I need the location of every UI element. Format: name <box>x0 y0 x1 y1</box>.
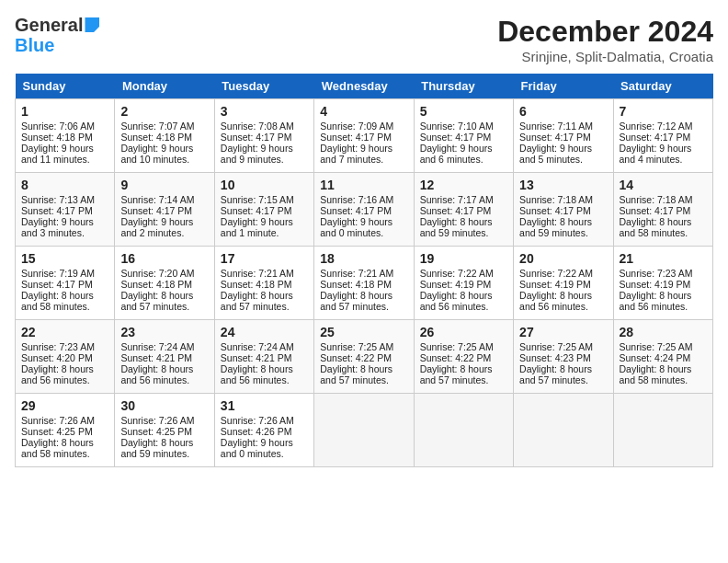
header: General Blue December 2024 Srinjine, Spl… <box>15 15 713 64</box>
sunrise-text: Sunrise: 7:18 AM <box>519 194 593 205</box>
sunrise-text: Sunrise: 7:10 AM <box>420 121 494 132</box>
sunset-text: Sunset: 4:25 PM <box>21 426 93 437</box>
day-number: 12 <box>420 178 507 192</box>
calendar-cell: 27Sunrise: 7:25 AMSunset: 4:23 PMDayligh… <box>514 320 613 394</box>
sunrise-text: Sunrise: 7:24 AM <box>221 341 294 352</box>
day-number: 21 <box>620 251 707 266</box>
calendar-cell: 2Sunrise: 7:07 AMSunset: 4:18 PMDaylight… <box>115 99 214 173</box>
sunset-text: Sunset: 4:20 PM <box>21 352 93 363</box>
sunset-text: Sunset: 4:18 PM <box>120 132 192 143</box>
title-area: December 2024 Srinjine, Split-Dalmatia, … <box>497 15 713 64</box>
daylight-text: Daylight: 9 hours and 9 minutes. <box>221 143 293 165</box>
sunset-text: Sunset: 4:17 PM <box>620 132 691 143</box>
day-number: 25 <box>320 325 407 339</box>
daylight-text: Daylight: 9 hours and 5 minutes. <box>519 143 592 165</box>
daylight-text: Daylight: 8 hours and 56 minutes. <box>120 363 193 385</box>
calendar-cell: 21Sunrise: 7:23 AMSunset: 4:19 PMDayligh… <box>613 247 712 320</box>
day-number: 15 <box>21 251 108 266</box>
sunrise-text: Sunrise: 7:26 AM <box>120 415 194 426</box>
day-number: 14 <box>620 178 707 192</box>
daylight-text: Daylight: 8 hours and 57 minutes. <box>519 363 592 385</box>
sunset-text: Sunset: 4:19 PM <box>519 279 591 290</box>
calendar-cell: 6Sunrise: 7:11 AMSunset: 4:17 PMDaylight… <box>514 99 613 173</box>
day-number: 26 <box>420 325 507 339</box>
day-number: 1 <box>21 104 108 119</box>
day-number: 28 <box>620 325 707 339</box>
calendar-cell: 12Sunrise: 7:17 AMSunset: 4:17 PMDayligh… <box>414 173 513 247</box>
calendar-cell <box>514 394 613 467</box>
sunrise-text: Sunrise: 7:22 AM <box>420 268 494 279</box>
month-title: December 2024 <box>497 15 713 49</box>
sunrise-text: Sunrise: 7:13 AM <box>21 194 95 205</box>
daylight-text: Daylight: 8 hours and 56 minutes. <box>620 290 692 312</box>
day-number: 6 <box>519 104 607 119</box>
daylight-text: Daylight: 9 hours and 0 minutes. <box>221 437 293 459</box>
sunrise-text: Sunrise: 7:25 AM <box>420 341 494 352</box>
daylight-text: Daylight: 9 hours and 11 minutes. <box>21 143 94 165</box>
daylight-text: Daylight: 8 hours and 56 minutes. <box>519 290 592 312</box>
day-number: 3 <box>221 104 308 119</box>
calendar-cell: 9Sunrise: 7:14 AMSunset: 4:17 PMDaylight… <box>115 173 214 247</box>
calendar-table: SundayMondayTuesdayWednesdayThursdayFrid… <box>15 74 713 467</box>
calendar-cell: 17Sunrise: 7:21 AMSunset: 4:18 PMDayligh… <box>214 247 313 320</box>
calendar-week-row: 1Sunrise: 7:06 AMSunset: 4:18 PMDaylight… <box>16 99 713 173</box>
day-number: 23 <box>120 325 208 339</box>
daylight-text: Daylight: 8 hours and 57 minutes. <box>320 290 392 312</box>
day-number: 4 <box>320 104 407 119</box>
sunset-text: Sunset: 4:17 PM <box>519 132 591 143</box>
sunrise-text: Sunrise: 7:23 AM <box>620 268 693 279</box>
daylight-text: Daylight: 9 hours and 4 minutes. <box>620 143 692 165</box>
day-number: 7 <box>620 104 707 119</box>
calendar-cell: 28Sunrise: 7:25 AMSunset: 4:24 PMDayligh… <box>613 320 712 394</box>
sunset-text: Sunset: 4:18 PM <box>120 279 192 290</box>
day-number: 10 <box>221 178 308 192</box>
day-number: 31 <box>221 398 308 413</box>
calendar-cell: 13Sunrise: 7:18 AMSunset: 4:17 PMDayligh… <box>514 173 613 247</box>
sunset-text: Sunset: 4:19 PM <box>620 279 691 290</box>
day-number: 13 <box>519 178 607 192</box>
calendar-body: 1Sunrise: 7:06 AMSunset: 4:18 PMDaylight… <box>16 99 713 467</box>
column-header-thursday: Thursday <box>414 74 513 99</box>
sunrise-text: Sunrise: 7:21 AM <box>320 268 393 279</box>
sunset-text: Sunset: 4:22 PM <box>320 352 392 363</box>
logo: General Blue <box>15 15 99 55</box>
sunrise-text: Sunrise: 7:25 AM <box>320 341 393 352</box>
day-number: 11 <box>320 178 407 192</box>
calendar-cell: 31Sunrise: 7:26 AMSunset: 4:26 PMDayligh… <box>214 394 313 467</box>
day-number: 30 <box>120 398 208 413</box>
calendar-week-row: 29Sunrise: 7:26 AMSunset: 4:25 PMDayligh… <box>16 394 713 467</box>
day-number: 20 <box>519 251 607 266</box>
calendar-cell: 24Sunrise: 7:24 AMSunset: 4:21 PMDayligh… <box>214 320 313 394</box>
sunrise-text: Sunrise: 7:09 AM <box>320 121 393 132</box>
day-number: 19 <box>420 251 507 266</box>
sunrise-text: Sunrise: 7:19 AM <box>21 268 95 279</box>
daylight-text: Daylight: 9 hours and 7 minutes. <box>320 143 392 165</box>
calendar-cell: 7Sunrise: 7:12 AMSunset: 4:17 PMDaylight… <box>613 99 712 173</box>
sunset-text: Sunset: 4:17 PM <box>221 132 292 143</box>
daylight-text: Daylight: 9 hours and 6 minutes. <box>420 143 493 165</box>
sunrise-text: Sunrise: 7:25 AM <box>620 341 693 352</box>
day-number: 8 <box>21 178 108 192</box>
calendar-cell <box>613 394 712 467</box>
sunrise-text: Sunrise: 7:21 AM <box>221 268 294 279</box>
daylight-text: Daylight: 8 hours and 56 minutes. <box>21 363 94 385</box>
sunset-text: Sunset: 4:22 PM <box>420 352 492 363</box>
calendar-cell: 16Sunrise: 7:20 AMSunset: 4:18 PMDayligh… <box>115 247 214 320</box>
sunrise-text: Sunrise: 7:26 AM <box>21 415 95 426</box>
calendar-cell: 1Sunrise: 7:06 AMSunset: 4:18 PMDaylight… <box>16 99 115 173</box>
column-header-friday: Friday <box>514 74 613 99</box>
calendar-week-row: 22Sunrise: 7:23 AMSunset: 4:20 PMDayligh… <box>16 320 713 394</box>
sunset-text: Sunset: 4:24 PM <box>620 352 691 363</box>
sunset-text: Sunset: 4:18 PM <box>221 279 292 290</box>
logo-general-text: General <box>15 15 83 35</box>
sunset-text: Sunset: 4:17 PM <box>21 279 93 290</box>
calendar-cell: 25Sunrise: 7:25 AMSunset: 4:22 PMDayligh… <box>314 320 414 394</box>
daylight-text: Daylight: 9 hours and 10 minutes. <box>120 143 193 165</box>
sunrise-text: Sunrise: 7:07 AM <box>120 121 194 132</box>
sunrise-text: Sunrise: 7:23 AM <box>21 341 95 352</box>
sunset-text: Sunset: 4:26 PM <box>221 426 292 437</box>
daylight-text: Daylight: 8 hours and 59 minutes. <box>519 216 592 238</box>
calendar-cell: 18Sunrise: 7:21 AMSunset: 4:18 PMDayligh… <box>314 247 414 320</box>
daylight-text: Daylight: 8 hours and 57 minutes. <box>221 290 293 312</box>
sunset-text: Sunset: 4:17 PM <box>221 205 292 216</box>
